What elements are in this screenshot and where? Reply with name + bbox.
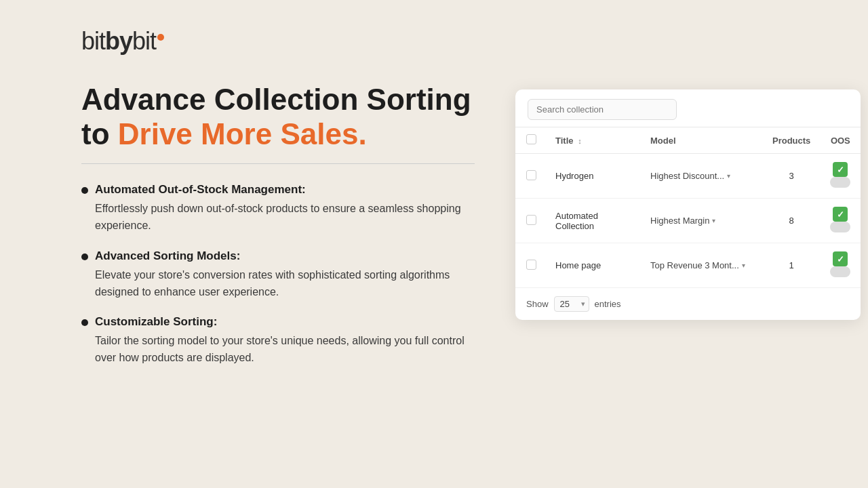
table-footer: Show 25 50 100 entries [515,287,861,320]
row1-oos-toggle[interactable] [833,162,848,177]
search-input[interactable] [528,99,677,120]
row2-oos-toggle[interactable] [833,207,848,222]
feature-title-3: Customizable Sorting: [95,315,217,329]
row3-oos-track [830,266,850,277]
table-row-2: Automated Collection Highest Margin ▾ 8 [515,199,861,243]
logo: bitbybit [81,27,164,55]
table-row-1: Hydrogen Highest Discount... ▾ 3 [515,154,861,199]
heading-accent: Drive More Sales. [118,117,367,150]
col-header-model: Model [641,127,763,154]
feature-title-2: Advanced Sorting Models: [95,249,240,263]
section-divider [81,163,475,164]
col-header-products: Products [763,127,820,154]
heading-line2: to Drive More Sales. [81,117,475,152]
row3-checkbox[interactable] [526,260,536,270]
row2-oos [820,199,861,243]
feature-item-2: Advanced Sorting Models: Elevate your st… [81,249,475,301]
feature-item-1: Automated Out-of-Stock Management: Effor… [81,183,475,235]
bullet-dot-2 [81,253,88,260]
logo-area: bitbybit [81,27,814,56]
row3-products: 1 [763,243,820,288]
row1-model-chevron: ▾ [727,172,730,180]
row2-model-dropdown[interactable]: Highest Margin ▾ [650,216,715,226]
row1-model: Highest Discount... ▾ [641,154,763,199]
col-header-oos: OOS [820,127,861,154]
bullet-dot-3 [81,319,88,326]
feature-desc-3: Tailor the sorting model to your store's… [81,333,475,367]
row3-title: Home page [546,243,641,288]
row2-title: Automated Collection [546,199,641,243]
row3-model: Top Revenue 3 Mont... ▾ [641,243,763,288]
logo-bit1: bit [81,27,105,55]
col-header-title: Title ↕ [546,127,641,154]
row3-model-dropdown[interactable]: Top Revenue 3 Mont... ▾ [650,260,745,270]
row1-products: 3 [763,154,820,199]
collection-table: Title ↕ Model Products OOS [515,127,861,287]
heading-block: Advance Collection Sorting to Drive More… [81,83,475,151]
entries-label: entries [595,299,621,309]
page-wrapper: bitbybit Advance Collection Sorting to D… [0,0,868,488]
row2-model-chevron: ▾ [712,217,715,224]
right-column: Title ↕ Model Products OOS [515,83,861,461]
feature-title-row-3: Customizable Sorting: [81,315,475,329]
show-label: Show [526,299,549,309]
row3-model-chevron: ▾ [742,262,745,269]
feature-item-3: Customizable Sorting: Tailor the sorting… [81,315,475,367]
feature-title-row-1: Automated Out-of-Stock Management: [81,183,475,197]
row2-checkbox[interactable] [526,215,536,225]
row1-oos-track [830,177,850,188]
feature-desc-1: Effortlessly push down out-of-stock prod… [81,201,475,235]
table-row-3: Home page Top Revenue 3 Mont... ▾ 1 [515,243,861,288]
row1-oos [820,154,861,199]
col-header-checkbox [515,127,546,154]
row1-checkbox[interactable] [526,170,536,180]
feature-desc-2: Elevate your store's conversion rates wi… [81,267,475,301]
bullet-dot-1 [81,187,88,194]
row1-checkbox-cell [515,154,546,199]
row2-model: Highest Margin ▾ [641,199,763,243]
search-bar [515,89,861,127]
row3-oos [820,243,861,288]
main-content: Advance Collection Sorting to Drive More… [81,83,814,461]
heading-plain: to [81,117,118,150]
row1-title: Hydrogen [546,154,641,199]
feature-list: Automated Out-of-Stock Management: Effor… [81,183,475,367]
feature-title-1: Automated Out-of-Stock Management: [95,183,306,197]
title-sort-icon[interactable]: ↕ [578,137,582,145]
header-checkbox[interactable] [526,134,536,144]
heading-line1: Advance Collection Sorting [81,83,475,117]
row3-checkbox-cell [515,243,546,288]
row1-model-dropdown[interactable]: Highest Discount... ▾ [650,171,730,181]
entries-select[interactable]: 25 50 100 [554,296,589,312]
logo-dot [157,34,164,41]
row2-products: 8 [763,199,820,243]
logo-bit2: bit [132,27,156,55]
left-column: Advance Collection Sorting to Drive More… [81,83,475,461]
row3-oos-toggle[interactable] [833,251,848,266]
logo-by: by [105,27,132,55]
table-header-row: Title ↕ Model Products OOS [515,127,861,154]
ui-panel: Title ↕ Model Products OOS [515,89,861,320]
entries-select-wrapper: 25 50 100 [554,296,589,312]
feature-title-row-2: Advanced Sorting Models: [81,249,475,263]
row2-oos-track [830,222,850,232]
row2-checkbox-cell [515,199,546,243]
